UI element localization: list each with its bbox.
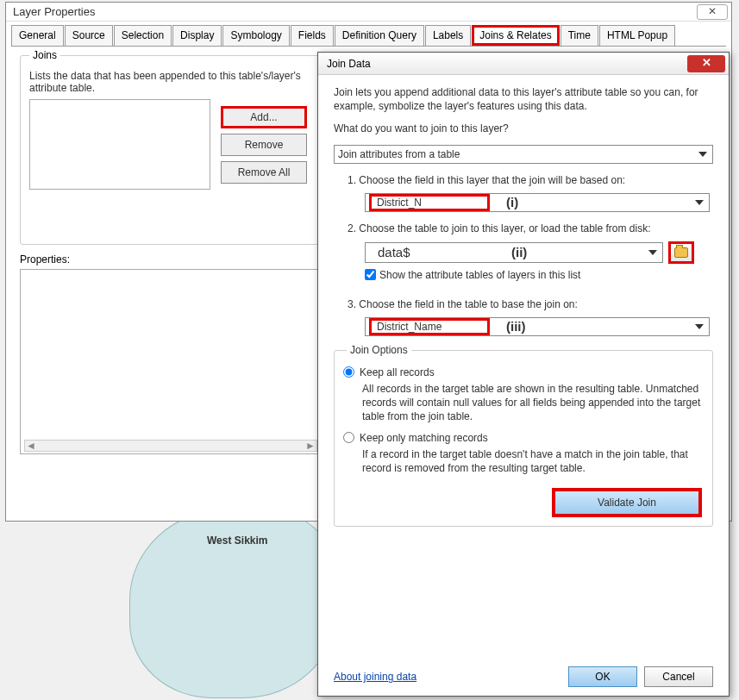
- join-options-legend: Join Options: [347, 344, 411, 356]
- join-type-value: Join attributes from a table: [338, 148, 460, 160]
- tab-joins-relates[interactable]: Joins & Relates: [472, 25, 559, 46]
- tab-symbology[interactable]: Symbology: [222, 25, 289, 46]
- annotation-i: (i): [506, 195, 518, 209]
- keep-matching-records-label: Keep only matching records: [360, 432, 488, 444]
- keep-all-records-radio[interactable]: [343, 366, 354, 378]
- horizontal-scrollbar[interactable]: ◄ ►: [24, 440, 317, 452]
- show-attribute-tables-checkbox[interactable]: [365, 269, 376, 280]
- join-data-footer: About joining data OK Cancel: [334, 666, 713, 687]
- layer-properties-titlebar: Layer Properties ✕: [6, 3, 731, 22]
- joins-legend: Joins: [29, 49, 60, 61]
- tab-display[interactable]: Display: [172, 25, 222, 46]
- chevron-down-icon: [695, 324, 704, 329]
- map-background: West Sikkim: [17, 526, 336, 698]
- tab-general[interactable]: General: [11, 25, 64, 46]
- show-attribute-tables-label: Show the attribute tables of layers in t…: [379, 269, 580, 281]
- browse-table-button[interactable]: [668, 241, 694, 264]
- joins-group: Joins Lists the data that has been appen…: [20, 55, 322, 245]
- cancel-button[interactable]: Cancel: [644, 666, 713, 687]
- about-joining-link[interactable]: About joining data: [334, 671, 416, 683]
- tab-fields[interactable]: Fields: [291, 25, 334, 46]
- folder-icon: [674, 247, 688, 258]
- layer-properties-title: Layer Properties: [13, 3, 95, 22]
- join-data-intro: Join lets you append additional data to …: [334, 85, 713, 113]
- ok-button[interactable]: OK: [568, 666, 637, 687]
- table-field-value: District_Name: [372, 321, 487, 333]
- chevron-down-icon: [648, 250, 657, 255]
- layer-field-select[interactable]: District_N: [365, 193, 710, 212]
- step2-label: 2. Choose the table to join to this laye…: [348, 222, 713, 234]
- chevron-down-icon: [695, 200, 704, 205]
- remove-all-button[interactable]: Remove All: [221, 161, 307, 184]
- tab-strip: General Source Selection Display Symbolo…: [6, 22, 731, 46]
- join-data-titlebar: Join Data ✕: [318, 53, 729, 75]
- layer-field-value: District_N: [372, 197, 487, 209]
- scroll-right-icon[interactable]: ►: [304, 440, 316, 452]
- annotation-ii: (ii): [511, 245, 527, 259]
- tab-source[interactable]: Source: [65, 25, 113, 46]
- validate-join-button[interactable]: Validate Join: [552, 488, 702, 517]
- join-data-title: Join Data: [327, 58, 371, 70]
- tab-selection[interactable]: Selection: [114, 25, 172, 46]
- join-data-body: Join lets you append additional data to …: [318, 75, 729, 537]
- keep-all-records-desc: All records in the target table are show…: [362, 382, 704, 424]
- keep-all-records-label: Keep all records: [360, 366, 435, 378]
- join-type-select[interactable]: Join attributes from a table: [334, 145, 713, 164]
- joins-description: Lists the data that has been appended to…: [29, 70, 312, 94]
- table-field-select[interactable]: District_Name: [365, 317, 710, 336]
- tab-html-popup[interactable]: HTML Popup: [599, 25, 675, 46]
- remove-button[interactable]: Remove: [221, 134, 307, 156]
- joins-buttons: Add... Remove Remove All: [221, 106, 307, 184]
- chevron-down-icon: [698, 152, 707, 157]
- join-data-dialog: Join Data ✕ Join lets you append additio…: [317, 52, 730, 697]
- step1-label: 1. Choose the field in this layer that t…: [348, 174, 713, 186]
- tab-time[interactable]: Time: [561, 25, 598, 46]
- tab-definition-query[interactable]: Definition Query: [335, 25, 424, 46]
- step3-label: 3. Choose the field in the table to base…: [348, 298, 713, 310]
- close-icon[interactable]: ✕: [687, 55, 725, 72]
- keep-matching-records-radio[interactable]: [343, 432, 354, 443]
- join-data-prompt: What do you want to join to this layer?: [334, 122, 713, 135]
- join-options-group: Join Options Keep all records All record…: [334, 350, 713, 527]
- add-button[interactable]: Add...: [221, 106, 307, 128]
- annotation-iii: (iii): [506, 319, 526, 334]
- joins-list[interactable]: [29, 99, 210, 190]
- scroll-left-icon[interactable]: ◄: [25, 440, 37, 452]
- map-label-west-sikkim: West Sikkim: [207, 534, 267, 547]
- tab-labels[interactable]: Labels: [425, 25, 471, 46]
- properties-box: ◄ ►: [20, 269, 322, 454]
- keep-matching-records-desc: If a record in the target table doesn't …: [362, 447, 704, 475]
- close-icon[interactable]: ✕: [697, 4, 728, 20]
